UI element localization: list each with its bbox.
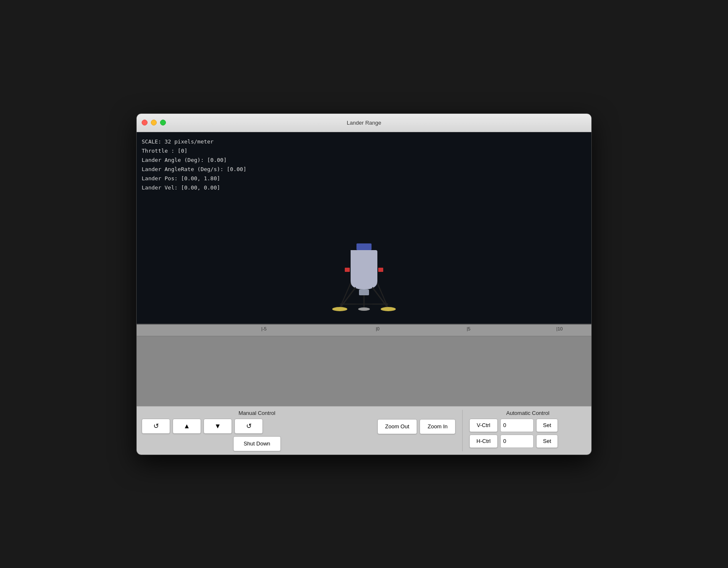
ruler: |-5 |0 |5 |10: [137, 325, 591, 336]
minimize-button[interactable]: [151, 120, 157, 125]
svg-rect-3: [378, 268, 383, 272]
lander-svg: [326, 239, 402, 323]
ruler-label-0: |0: [376, 326, 379, 331]
v-ctrl-row: V-Ctrl Set: [469, 419, 586, 432]
h-ctrl-set-button[interactable]: Set: [536, 435, 558, 448]
hud-throttle: Throttle : [0]: [142, 146, 246, 156]
throttle-down-button[interactable]: ▼: [204, 419, 232, 434]
window-title: Lander Range: [347, 120, 381, 126]
section-divider: [462, 410, 463, 451]
svg-point-13: [381, 307, 396, 311]
ground-area: |-5 |0 |5 |10: [137, 325, 591, 406]
h-ctrl-input[interactable]: [500, 435, 534, 448]
hud-vel: Lander Vel: [0.00, 0.00]: [142, 183, 246, 192]
title-bar: Lander Range: [137, 114, 591, 132]
zoom-out-button[interactable]: Zoom Out: [377, 419, 417, 434]
svg-rect-2: [345, 268, 350, 272]
control-sections: Manual Control ↺ ▲ ▼ ↺ Shut Down Zoom Ou…: [142, 410, 586, 451]
svg-point-14: [358, 307, 370, 311]
hud-overlay: SCALE: 32 pixels/meter Throttle : [0] La…: [142, 137, 246, 193]
hud-angle: Lander Angle (Deg): [0.00]: [142, 156, 246, 165]
reset-button-1[interactable]: ↺: [142, 419, 170, 434]
svg-rect-0: [356, 243, 372, 250]
app-window: Lander Range SCALE: 32 pixels/meter Thro…: [136, 113, 592, 455]
manual-buttons-row: ↺ ▲ ▼ ↺: [142, 419, 372, 434]
lander-container: [326, 239, 402, 325]
shutdown-row: Shut Down: [142, 436, 372, 451]
control-bar: Manual Control ↺ ▲ ▼ ↺ Shut Down Zoom Ou…: [137, 406, 591, 455]
v-ctrl-set-button[interactable]: Set: [536, 419, 558, 432]
v-ctrl-button[interactable]: V-Ctrl: [469, 419, 498, 432]
ruler-label-5: |5: [467, 326, 471, 331]
hud-pos: Lander Pos: [0.00, 1.80]: [142, 174, 246, 183]
maximize-button[interactable]: [160, 120, 166, 125]
manual-control-section: Manual Control ↺ ▲ ▼ ↺ Shut Down: [142, 410, 372, 451]
hud-scale: SCALE: 32 pixels/meter: [142, 137, 246, 146]
auto-label: Automatic Control: [469, 410, 586, 416]
auto-rows: V-Ctrl Set H-Ctrl Set: [469, 419, 586, 448]
zoom-row: Zoom Out Zoom In: [377, 419, 456, 434]
traffic-lights: [142, 120, 166, 125]
zoom-section: Zoom Out Zoom In: [377, 410, 456, 434]
reset-button-2[interactable]: ↺: [234, 419, 263, 434]
manual-label: Manual Control: [142, 410, 372, 416]
hud-angle-rate: Lander AngleRate (Deg/s): [0.00]: [142, 165, 246, 174]
h-ctrl-row: H-Ctrl Set: [469, 435, 586, 448]
svg-rect-1: [359, 289, 369, 295]
shutdown-button[interactable]: Shut Down: [233, 436, 281, 451]
simulation-area: SCALE: 32 pixels/meter Throttle : [0] La…: [137, 132, 591, 325]
auto-control-section: Automatic Control V-Ctrl Set H-Ctrl Set: [469, 410, 586, 448]
zoom-in-button[interactable]: Zoom In: [420, 419, 456, 434]
v-ctrl-input[interactable]: [500, 419, 534, 432]
close-button[interactable]: [142, 120, 148, 125]
ruler-label-10: |10: [556, 326, 563, 331]
h-ctrl-button[interactable]: H-Ctrl: [469, 435, 498, 448]
throttle-up-button[interactable]: ▲: [173, 419, 201, 434]
svg-point-12: [332, 307, 347, 311]
ruler-label-minus5: |-5: [261, 326, 267, 331]
